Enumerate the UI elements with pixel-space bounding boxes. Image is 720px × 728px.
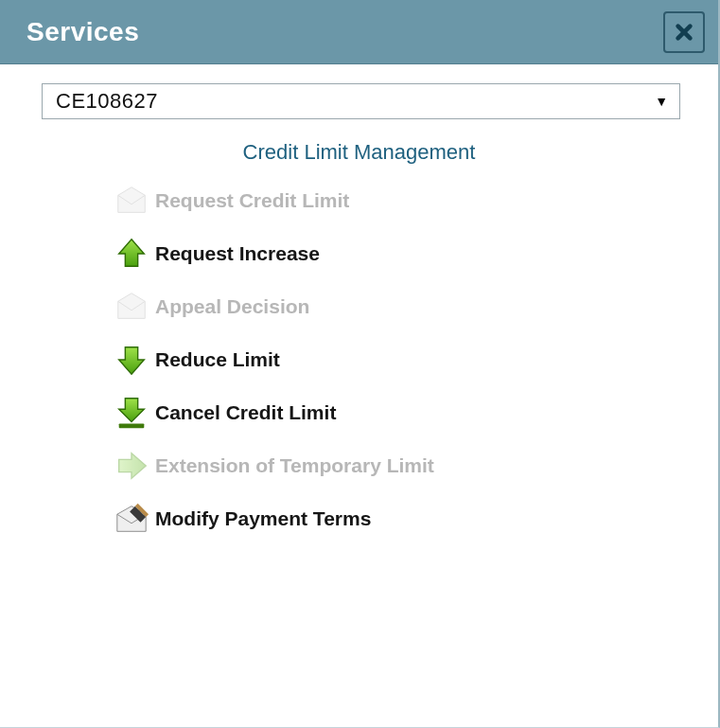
menu-item-request-credit-limit: Request Credit Limit (114, 174, 699, 227)
arrow-right-icon (114, 448, 149, 484)
close-icon (674, 22, 694, 43)
menu-item-modify-payment-terms[interactable]: Modify Payment Terms (114, 492, 699, 545)
menu-item-cancel-credit-limit[interactable]: Cancel Credit Limit (114, 386, 699, 439)
envelope-icon (114, 183, 149, 219)
chevron-down-icon: ▼ (655, 94, 668, 109)
envelope-pencil-icon (114, 501, 149, 537)
menu-item-label: Request Increase (155, 242, 320, 265)
arrow-down-icon (114, 342, 149, 378)
envelope-icon (114, 289, 149, 325)
menu-item-reduce-limit[interactable]: Reduce Limit (114, 333, 699, 386)
arrow-up-icon (114, 236, 149, 272)
account-select[interactable]: CE108627 ▼ (42, 83, 680, 119)
account-select-value: CE108627 (56, 89, 158, 114)
modal-title: Services (26, 17, 139, 47)
menu-item-request-increase[interactable]: Request Increase (114, 227, 699, 280)
close-button[interactable] (663, 11, 705, 53)
modal-header: Services (0, 0, 718, 64)
menu-item-label: Appeal Decision (155, 295, 309, 318)
services-menu: Request Credit Limit Request Increase Ap… (114, 174, 699, 545)
menu-item-label: Extension of Temporary Limit (155, 454, 434, 477)
menu-item-label: Cancel Credit Limit (155, 401, 336, 424)
modal-body: CE108627 ▼ Credit Limit Management Reque… (0, 64, 718, 545)
menu-item-label: Request Credit Limit (155, 189, 349, 212)
section-title: Credit Limit Management (19, 140, 699, 165)
menu-item-appeal-decision: Appeal Decision (114, 280, 699, 333)
svg-rect-0 (119, 423, 145, 428)
menu-item-extension-temporary-limit: Extension of Temporary Limit (114, 439, 699, 492)
menu-item-label: Reduce Limit (155, 348, 280, 371)
arrow-down-bar-icon (114, 395, 149, 431)
menu-item-label: Modify Payment Terms (155, 507, 371, 530)
